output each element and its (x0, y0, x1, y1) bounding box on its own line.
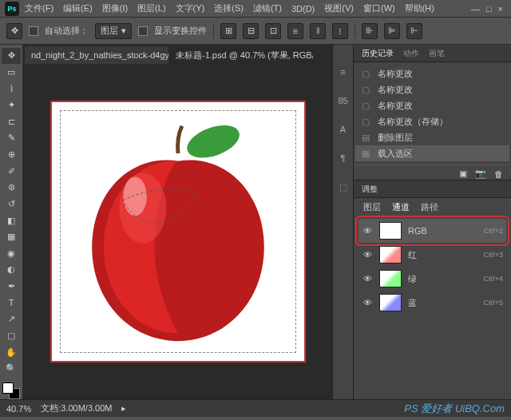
hand-tool[interactable]: ✋ (2, 344, 21, 360)
autoselect-checkbox[interactable] (29, 26, 38, 36)
type-tool[interactable]: T (2, 295, 21, 311)
channel-shortcut: Ctrl+2 (484, 227, 503, 235)
color-swatches[interactable] (2, 382, 20, 400)
character-icon[interactable]: A (336, 125, 351, 139)
collapsed-panels: ≡ 85 A ¶ ⬚ (332, 45, 353, 399)
window-controls: — □ × (471, 4, 506, 14)
selection-border (60, 110, 296, 353)
marquee-tool[interactable]: ▭ (2, 65, 21, 81)
channel-green[interactable]: 👁 绿 Ctrl+4 (358, 267, 506, 291)
align-icon[interactable]: ⫶ (332, 23, 348, 39)
dodge-tool[interactable]: ◐ (2, 262, 21, 278)
history-brush-tool[interactable]: ↺ (2, 196, 21, 212)
camera-icon[interactable]: 📷 (475, 168, 486, 179)
main-area: ✥ ▭ ⌇ ✦ ⊏ ✎ ⊕ ✐ ⊛ ↺ ◧ ▦ ◉ ◐ ✒ T ↗ ▢ ✋ 🔍 … (0, 45, 511, 399)
status-bar: 40.7% 文档:3.00M/3.00M ▸ PS 爱好者 UiBQ.Com (0, 399, 511, 417)
history-item[interactable]: ▢名称更改 (355, 97, 509, 113)
menu-image[interactable]: 图像(I) (98, 1, 132, 16)
panel-icon[interactable]: ⬚ (336, 182, 351, 196)
document[interactable] (50, 101, 306, 363)
channel-rgb[interactable]: 👁 RGB Ctrl+2 (358, 219, 506, 243)
menu-file[interactable]: 文件(F) (21, 1, 57, 16)
visibility-icon[interactable]: 👁 (362, 298, 373, 307)
menu-edit[interactable]: 编辑(E) (59, 1, 97, 16)
canvas[interactable] (23, 64, 332, 399)
autoselect-dropdown[interactable]: 图层▾ (95, 23, 132, 39)
maximize-icon[interactable]: □ (486, 4, 492, 14)
history-item[interactable]: ▤删除图层 (355, 129, 509, 145)
autoselect-label: 自动选择： (45, 25, 89, 37)
move-tool-icon[interactable]: ✥ (6, 23, 22, 39)
history-item[interactable]: ▢名称更改 (355, 81, 509, 97)
menu-select[interactable]: 选择(S) (210, 1, 248, 16)
layers-panel-tabs: 图层 通道 路径 (354, 198, 511, 216)
menu-view[interactable]: 视图(V) (320, 1, 358, 16)
channel-label: RGB (408, 226, 477, 236)
svg-point-0 (182, 119, 244, 164)
crop-tool[interactable]: ⊏ (2, 114, 21, 130)
align-icon[interactable]: ⊟ (243, 23, 259, 39)
path-tool[interactable]: ↗ (2, 311, 21, 327)
doc-tab-active[interactable]: 未标题-1.psd @ 40.7% (苹果, RGB/8#) × (169, 46, 313, 64)
eraser-tool[interactable]: ◧ (2, 212, 21, 228)
channel-red[interactable]: 👁 红 Ctrl+3 (358, 243, 506, 267)
gradient-tool[interactable]: ▦ (2, 229, 21, 245)
distribute-icon[interactable]: ⊪ (362, 23, 378, 39)
menu-type[interactable]: 文字(Y) (172, 1, 209, 16)
history-item[interactable]: ▢名称更改（存储） (355, 113, 509, 129)
move-tool[interactable]: ✥ (2, 48, 21, 64)
lasso-tool[interactable]: ⌇ (2, 81, 21, 97)
menu-window[interactable]: 窗口(W) (359, 1, 399, 16)
visibility-icon[interactable]: 👁 (362, 226, 373, 236)
zoom-tool[interactable]: 🔍 (2, 361, 21, 377)
channel-thumb (379, 270, 402, 287)
pen-tool[interactable]: ✒ (2, 279, 21, 295)
snapshot-icon[interactable]: ▣ (459, 168, 467, 179)
toolbox: ✥ ▭ ⌇ ✦ ⊏ ✎ ⊕ ✐ ⊛ ↺ ◧ ▦ ◉ ◐ ✒ T ↗ ▢ ✋ 🔍 (0, 45, 23, 399)
watermark: PS 爱好者 UiBQ.Com (404, 402, 505, 416)
menu-3d[interactable]: 3D(D) (287, 2, 319, 15)
eyedropper-tool[interactable]: ✎ (2, 130, 21, 146)
tab-layers[interactable]: 图层 (363, 201, 381, 213)
align-icon[interactable]: ⫴ (310, 23, 326, 39)
adjustments-panel-header[interactable]: 调整 (354, 180, 511, 198)
separator (355, 24, 355, 38)
channel-thumb (379, 222, 402, 240)
paragraph-icon[interactable]: ¶ (336, 153, 351, 168)
panel-icon[interactable]: ≡ (336, 67, 351, 81)
zoom-level[interactable]: 40.7% (6, 404, 31, 414)
menu-filter[interactable]: 滤镜(T) (249, 1, 286, 16)
doc-size[interactable]: 文档:3.00M/3.00M (41, 402, 112, 414)
tab-actions[interactable]: 动作 (403, 48, 419, 59)
stamp-tool[interactable]: ⊛ (2, 180, 21, 196)
tab-history[interactable]: 历史记录 (362, 48, 394, 59)
shape-tool[interactable]: ▢ (2, 328, 21, 344)
transform-checkbox[interactable] (138, 26, 148, 36)
heal-tool[interactable]: ⊕ (2, 147, 21, 163)
menu-layer[interactable]: 图层(L) (133, 1, 169, 16)
tab-paths[interactable]: 路径 (421, 201, 438, 213)
history-item-selected[interactable]: ▦载入选区 (355, 145, 509, 161)
align-icon[interactable]: ≡ (287, 23, 303, 39)
tab-channels[interactable]: 通道 (392, 201, 410, 213)
visibility-icon[interactable]: 👁 (362, 274, 373, 283)
close-icon[interactable]: × (498, 4, 503, 14)
blur-tool[interactable]: ◉ (2, 246, 21, 262)
channel-blue[interactable]: 👁 蓝 Ctrl+5 (358, 291, 506, 315)
brush-tool[interactable]: ✐ (2, 163, 21, 179)
trash-icon[interactable]: 🗑 (494, 169, 503, 179)
separator (213, 24, 214, 38)
align-icon[interactable]: ⊡ (265, 23, 281, 39)
visibility-icon[interactable]: 👁 (362, 250, 373, 260)
history-item[interactable]: ▢名称更改 (355, 65, 509, 81)
wand-tool[interactable]: ✦ (2, 97, 21, 113)
channel-shortcut: Ctrl+4 (484, 275, 503, 283)
align-icon[interactable]: ⊞ (220, 23, 236, 39)
minimize-icon[interactable]: — (471, 4, 480, 14)
tab-brushes[interactable]: 画笔 (429, 48, 445, 59)
menu-help[interactable]: 帮助(H) (401, 1, 438, 16)
panel-icon[interactable]: 85 (336, 96, 351, 110)
distribute-icon[interactable]: ⊩ (406, 23, 422, 39)
doc-tab[interactable]: nd_night_2_by_nathies_stock-d4gy0ih.psd (25, 46, 168, 64)
distribute-icon[interactable]: ⊫ (384, 23, 400, 39)
